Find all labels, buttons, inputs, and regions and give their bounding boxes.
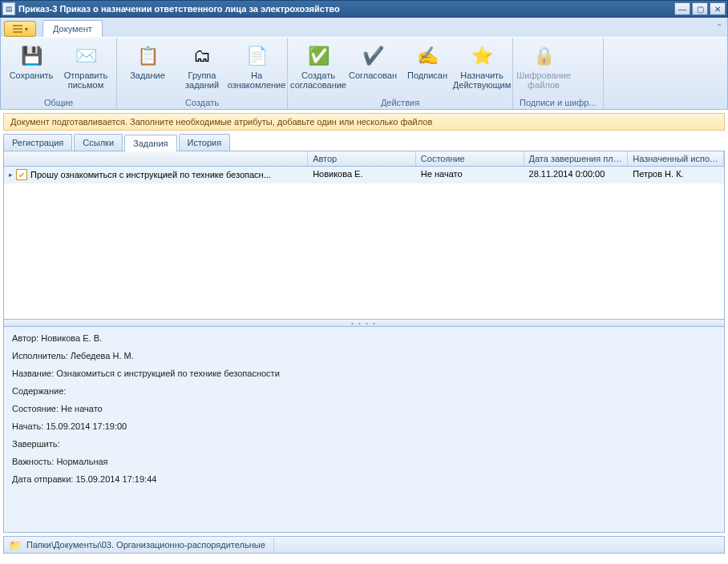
task-group-icon: 🗂 (189, 43, 215, 69)
approved-button[interactable]: ✔️Согласован (349, 41, 397, 83)
ribbon-group-items: ✅Создать согласование✔️Согласован✍️Подпи… (294, 41, 506, 96)
acquaint-button[interactable]: 📄На ознакомление (233, 41, 281, 92)
tasks-grid: Автор Состояние Дата завершения план... … (3, 151, 725, 320)
row-text: Прошу ознакомиться с инструкцией по техн… (30, 170, 271, 179)
ribbon: 💾Сохранить✉️Отправить письмомОбщие📋Задан… (1, 37, 727, 109)
row-author: Новикова Е. (308, 167, 416, 183)
acquaint-label: На ознакомление (228, 70, 286, 90)
ribbon-group-0: 💾Сохранить✉️Отправить письмомОбщие (1, 38, 117, 109)
status-path[interactable]: Папки\Документы\03. Организационно-распо… (26, 540, 265, 550)
grid-body: ▸ ✔ Прошу ознакомиться с инструкцией по … (4, 167, 724, 319)
subtab-2[interactable]: Задания (124, 135, 176, 151)
window-buttons: — ▢ ✕ (674, 2, 726, 15)
subtab-3[interactable]: История (179, 134, 231, 151)
grid-col-assignee[interactable]: Назначенный исполни... (628, 151, 724, 166)
detail-panel: Автор: Новикова Е. В.Исполнитель: Лебеде… (3, 326, 725, 533)
task-icon: ✔ (16, 169, 27, 180)
expand-icon[interactable]: ▸ (9, 171, 13, 179)
task-label: Задание (130, 70, 165, 80)
ribbon-group-1: 📋Задание🗂Группа заданий📄На ознакомлениеС… (117, 38, 288, 109)
info-bar: Документ подготавливается. Заполните нео… (3, 113, 725, 131)
task-icon: 📋 (135, 43, 160, 69)
save-label: Сохранить (10, 70, 54, 80)
ribbon-container: ▾ Документ ⌃ 💾Сохранить✉️Отправить письм… (0, 18, 728, 110)
ribbon-group-label: Подписи и шифр... (520, 96, 597, 107)
detail-line-3: Содержание: (12, 386, 716, 396)
create-approval-label: Создать согласование (290, 70, 346, 90)
acquaint-icon: 📄 (244, 43, 269, 69)
grid-col-author[interactable]: Автор (308, 151, 416, 166)
detail-line-4: Состояние: Не начато (12, 404, 716, 413)
set-active-button[interactable]: ⭐Назначить Действующим (458, 41, 506, 92)
table-row[interactable]: ▸ ✔ Прошу ознакомиться с инструкцией по … (4, 167, 724, 183)
detail-line-2: Название: Ознакомиться с инструкцией по … (12, 369, 716, 378)
row-plan-end: 28.11.2014 0:00:00 (524, 167, 629, 183)
ribbon-group-label: Действия (294, 96, 506, 107)
send-mail-icon: ✉️ (73, 43, 99, 69)
ribbon-group-items: 🔒Шифрование файлов (520, 41, 597, 96)
minimize-button[interactable]: — (674, 2, 690, 15)
ribbon-group-items: 📋Задание🗂Группа заданий📄На ознакомление (123, 41, 281, 96)
close-button[interactable]: ✕ (710, 2, 726, 15)
ribbon-collapse-button[interactable]: ⌃ (716, 22, 722, 31)
splitter[interactable]: • • • • (3, 320, 725, 326)
signed-button[interactable]: ✍️Подписан (403, 41, 451, 83)
approved-label: Согласован (349, 70, 397, 80)
task-group-button[interactable]: 🗂Группа заданий (178, 41, 226, 92)
ribbon-group-label: Создать (123, 96, 281, 107)
grid-col-name[interactable] (4, 151, 308, 166)
send-mail-button[interactable]: ✉️Отправить письмом (62, 41, 110, 92)
statusbar: 📁 Папки\Документы\03. Организационно-рас… (3, 536, 725, 554)
detail-line-0: Автор: Новикова Е. В. (12, 333, 716, 343)
ribbon-group-2: ✅Создать согласование✔️Согласован✍️Подпи… (288, 38, 513, 109)
set-active-label: Назначить Действующим (453, 70, 511, 90)
encrypt-button: 🔒Шифрование файлов (520, 41, 568, 92)
task-button[interactable]: 📋Задание (123, 41, 172, 83)
grid-header: Автор Состояние Дата завершения план... … (4, 151, 724, 167)
grid-col-plan-end[interactable]: Дата завершения план... (524, 151, 629, 166)
create-approval-icon: ✅ (305, 43, 331, 69)
encrypt-label: Шифрование файлов (516, 70, 571, 90)
row-assignee: Петров Н. К. (628, 167, 724, 183)
ribbon-group-3: 🔒Шифрование файловПодписи и шифр... (513, 38, 604, 109)
encrypt-icon: 🔒 (531, 43, 556, 69)
detail-line-1: Исполнитель: Лебедева Н. М. (12, 351, 716, 361)
signed-label: Подписан (407, 70, 447, 80)
save-button[interactable]: 💾Сохранить (7, 41, 55, 83)
titlebar: ▤ Приказ-3 Приказ о назначении ответстве… (0, 0, 728, 18)
ribbon-tab-document[interactable]: Документ (42, 20, 103, 37)
document-icon: ▤ (2, 2, 15, 15)
app-menu-button[interactable]: ▾ (4, 21, 36, 37)
detail-line-8: Дата отправки: 15.09.2014 17:19:44 (12, 474, 716, 484)
detail-line-7: Важность: Нормальная (12, 457, 716, 466)
ribbon-group-items: 💾Сохранить✉️Отправить письмом (7, 41, 110, 96)
maximize-button[interactable]: ▢ (692, 2, 708, 15)
subtab-1[interactable]: Ссылки (74, 134, 123, 151)
row-state: Не начато (416, 167, 524, 183)
chevron-down-icon: ▾ (25, 26, 28, 33)
status-separator (273, 538, 274, 551)
create-approval-button[interactable]: ✅Создать согласование (294, 41, 342, 92)
detail-line-5: Начать: 15.09.2014 17:19:00 (12, 421, 716, 431)
task-group-label: Группа заданий (180, 70, 224, 90)
ribbon-tabstrip: ▾ Документ ⌃ (1, 18, 727, 37)
subtabs: РегистрацияСсылкиЗаданияИстория (3, 134, 725, 151)
approved-icon: ✔️ (360, 43, 386, 69)
ribbon-group-label: Общие (7, 96, 110, 107)
set-active-icon: ⭐ (469, 43, 495, 69)
folder-icon: 📁 (9, 539, 22, 551)
subtab-0[interactable]: Регистрация (3, 134, 72, 151)
row-name-cell: ▸ ✔ Прошу ознакомиться с инструкцией по … (4, 167, 308, 183)
window-title: Приказ-3 Приказ о назначении ответственн… (18, 4, 674, 14)
menu-icon (13, 25, 22, 33)
signed-icon: ✍️ (415, 43, 440, 69)
save-icon: 💾 (18, 43, 44, 69)
detail-line-6: Завершить: (12, 439, 716, 449)
grid-col-state[interactable]: Состояние (416, 151, 524, 166)
send-mail-label: Отправить письмом (64, 70, 108, 90)
